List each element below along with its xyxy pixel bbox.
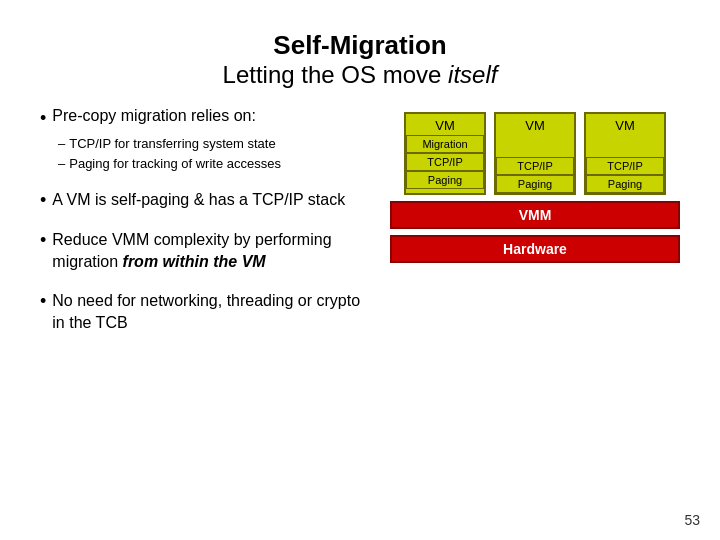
title-italic: itself: [448, 61, 497, 88]
paging-label-2: Paging: [496, 175, 574, 193]
sub-bullet-1-2: – Paging for tracking of write accesses: [58, 154, 370, 174]
vm-box-3: VM TCP/IP Paging: [584, 112, 666, 195]
left-column: • Pre-copy migration relies on: – TCP/IP…: [40, 107, 370, 520]
title-normal-prefix: Letting the OS move: [223, 61, 448, 88]
spacer-3: [586, 135, 664, 157]
bullet-dot-2: •: [40, 189, 46, 212]
hardware-bar: Hardware: [390, 235, 680, 263]
slide-number: 53: [684, 512, 700, 528]
sub-bullet-1-1-text: TCP/IP for transferring system state: [69, 134, 275, 154]
vmm-bar: VMM: [390, 201, 680, 229]
bullet-3: • Reduce VMM complexity by performing mi…: [40, 229, 370, 274]
title-normal: Letting the OS move itself: [40, 61, 680, 89]
vm-label-2: VM: [525, 114, 545, 135]
vm-inner-2: TCP/IP Paging: [496, 135, 574, 193]
title-bold: Self-Migration: [40, 30, 680, 61]
spacer-2: [496, 135, 574, 157]
bullet-2: • A VM is self-paging & has a TCP/IP sta…: [40, 189, 370, 212]
vm-inner-1: Migration TCP/IP Paging: [406, 135, 484, 189]
bullet-dot-1: •: [40, 107, 46, 130]
vm-inner-3: TCP/IP Paging: [586, 135, 664, 193]
bullet-dot-4: •: [40, 290, 46, 313]
vm-label-3: VM: [615, 114, 635, 135]
vm-box-2: VM TCP/IP Paging: [494, 112, 576, 195]
bullet-1: • Pre-copy migration relies on: – TCP/IP…: [40, 107, 370, 173]
slide-header: Self-Migration Letting the OS move itsel…: [40, 30, 680, 89]
sub-bullet-1-1: – TCP/IP for transferring system state: [58, 134, 370, 154]
bullet-4: • No need for networking, threading or c…: [40, 290, 370, 335]
sub-bullet-1-2-text: Paging for tracking of write accesses: [69, 154, 281, 174]
slide: Self-Migration Letting the OS move itsel…: [0, 0, 720, 540]
vm-boxes-row: VM Migration TCP/IP Paging VM TCP/IP Pag…: [390, 112, 680, 195]
sub-bullets-1: – TCP/IP for transferring system state –…: [58, 134, 370, 173]
tcpip-label-2: TCP/IP: [496, 157, 574, 175]
bullet-2-text: A VM is self-paging & has a TCP/IP stack: [52, 189, 345, 211]
tcpip-label-3: TCP/IP: [586, 157, 664, 175]
bullet-4-text: No need for networking, threading or cry…: [52, 290, 370, 335]
paging-label-1: Paging: [406, 171, 484, 189]
bullet-3-content: Reduce VMM complexity by performing migr…: [52, 229, 370, 274]
content-row: • Pre-copy migration relies on: – TCP/IP…: [40, 107, 680, 520]
right-column: VM Migration TCP/IP Paging VM TCP/IP Pag…: [390, 107, 680, 520]
bullet-dot-3: •: [40, 229, 46, 252]
bullet-1-text: Pre-copy migration relies on:: [52, 107, 256, 125]
vm-label-1: VM: [435, 114, 455, 135]
tcpip-label-1: TCP/IP: [406, 153, 484, 171]
paging-label-3: Paging: [586, 175, 664, 193]
vm-box-1: VM Migration TCP/IP Paging: [404, 112, 486, 195]
migration-label: Migration: [406, 135, 484, 153]
bullet-3-bold-italic: from within the VM: [123, 253, 266, 270]
